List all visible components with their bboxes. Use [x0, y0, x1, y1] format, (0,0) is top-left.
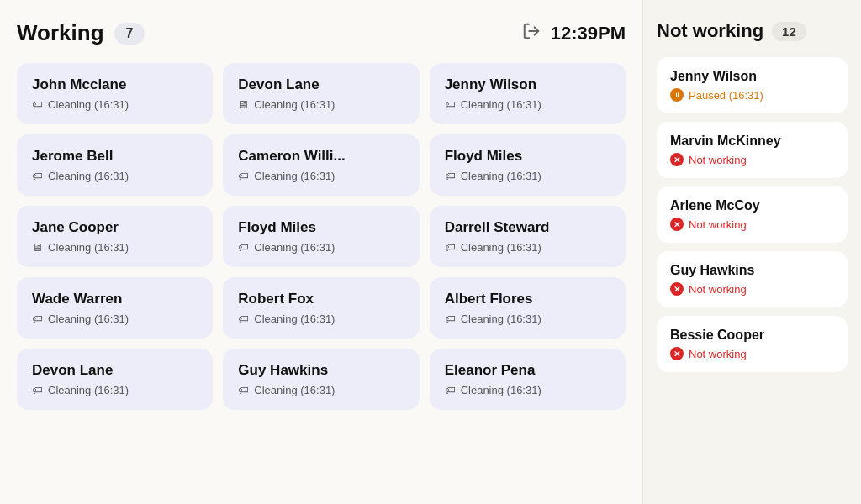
worker-card[interactable]: Robert Fox 🏷 Cleaning (16:31) [223, 277, 419, 339]
error-icon: ✕ [670, 218, 684, 231]
worker-task: 🏷 Cleaning (16:31) [238, 170, 404, 182]
worker-name: Jane Cooper [32, 219, 198, 236]
not-working-person-name: Jenny Wilson [670, 69, 834, 84]
not-working-card[interactable]: Jenny Wilson ⏸ Paused (16:31) [657, 57, 848, 113]
worker-name: Devon Lane [238, 76, 404, 93]
not-working-header: Not working 12 [657, 20, 848, 42]
not-working-person-name: Bessie Cooper [670, 328, 834, 343]
worker-name: Darrell Steward [445, 219, 610, 236]
tag-icon: 🏷 [32, 384, 43, 396]
status-label: Not working [689, 348, 747, 360]
status-row: ✕ Not working [670, 347, 834, 360]
worker-card[interactable]: Devon Lane 🏷 Cleaning (16:31) [17, 349, 213, 410]
not-working-list: Jenny Wilson ⏸ Paused (16:31) Marvin McK… [657, 57, 848, 372]
worker-task: 🏷 Cleaning (16:31) [445, 241, 610, 254]
worker-task: 🖥 Cleaning (16:31) [238, 98, 404, 111]
not-working-card[interactable]: Bessie Cooper ✕ Not working [657, 316, 848, 372]
worker-task-label: Cleaning (16:31) [461, 384, 541, 396]
worker-name: Cameron Willi... [238, 148, 404, 165]
right-panel: Not working 12 Jenny Wilson ⏸ Paused (16… [642, 0, 861, 504]
worker-task-label: Cleaning (16:31) [254, 312, 335, 325]
time-display: 12:39PM [551, 23, 626, 45]
worker-grid: John Mcclane 🏷 Cleaning (16:31) Devon La… [17, 63, 626, 410]
status-row: ✕ Not working [670, 218, 834, 231]
worker-name: Eleanor Pena [445, 362, 610, 379]
worker-task: 🏷 Cleaning (16:31) [445, 312, 610, 325]
worker-card[interactable]: Albert Flores 🏷 Cleaning (16:31) [430, 277, 626, 339]
tag-icon: 🏷 [238, 384, 249, 396]
status-label: Paused (16:31) [689, 89, 763, 102]
worker-task-label: Cleaning (16:31) [48, 98, 129, 111]
worker-task-label: Cleaning (16:31) [48, 241, 129, 254]
not-working-card[interactable]: Arlene McCoy ✕ Not working [657, 186, 848, 243]
worker-card[interactable]: Guy Hawkins 🏷 Cleaning (16:31) [223, 349, 419, 410]
monitor-icon: 🖥 [32, 241, 43, 254]
worker-task-label: Cleaning (16:31) [48, 384, 129, 396]
worker-name: Guy Hawkins [238, 362, 404, 379]
status-row: ✕ Not working [670, 282, 834, 296]
error-icon: ✕ [670, 347, 684, 360]
working-title: Working [17, 20, 104, 46]
worker-card[interactable]: Floyd Miles 🏷 Cleaning (16:31) [430, 134, 626, 196]
worker-task: 🖥 Cleaning (16:31) [32, 241, 198, 254]
not-working-person-name: Arlene McCoy [670, 198, 834, 213]
not-working-count-badge: 12 [772, 22, 806, 41]
worker-card[interactable]: Floyd Miles 🏷 Cleaning (16:31) [223, 206, 419, 267]
worker-task-label: Cleaning (16:31) [254, 384, 335, 396]
worker-card[interactable]: Wade Warren 🏷 Cleaning (16:31) [17, 277, 213, 339]
worker-card[interactable]: Jane Cooper 🖥 Cleaning (16:31) [17, 206, 213, 267]
working-title-group: Working 7 [17, 20, 145, 46]
worker-task-label: Cleaning (16:31) [254, 241, 335, 254]
worker-task-label: Cleaning (16:31) [461, 241, 541, 254]
error-icon: ✕ [670, 153, 684, 166]
worker-name: Jerome Bell [32, 148, 198, 165]
worker-task: 🏷 Cleaning (16:31) [445, 170, 610, 182]
worker-card[interactable]: Jerome Bell 🏷 Cleaning (16:31) [17, 134, 213, 196]
worker-task: 🏷 Cleaning (16:31) [445, 98, 610, 111]
pause-icon: ⏸ [670, 88, 684, 102]
worker-task-label: Cleaning (16:31) [461, 170, 541, 182]
not-working-card[interactable]: Marvin McKinney ✕ Not working [657, 122, 848, 178]
not-working-person-name: Marvin McKinney [670, 134, 834, 149]
working-count-badge: 7 [114, 23, 145, 45]
worker-card[interactable]: Eleanor Pena 🏷 Cleaning (16:31) [430, 349, 626, 410]
worker-name: John Mcclane [32, 76, 198, 93]
worker-name: Devon Lane [32, 362, 198, 379]
tag-icon: 🏷 [238, 312, 249, 325]
tag-icon: 🏷 [32, 312, 43, 325]
main-header: Working 7 12:39PM [17, 20, 626, 46]
logout-icon[interactable] [522, 22, 541, 45]
worker-card[interactable]: Jenny Wilson 🏷 Cleaning (16:31) [430, 63, 626, 124]
worker-task-label: Cleaning (16:31) [461, 312, 541, 325]
tag-icon: 🏷 [445, 241, 456, 254]
error-icon: ✕ [670, 282, 684, 296]
header-right: 12:39PM [522, 22, 626, 45]
tag-icon: 🏷 [238, 170, 249, 182]
worker-task: 🏷 Cleaning (16:31) [32, 170, 198, 182]
worker-name: Albert Flores [445, 291, 610, 307]
worker-task-label: Cleaning (16:31) [48, 312, 129, 325]
worker-task: 🏷 Cleaning (16:31) [238, 312, 404, 325]
worker-name: Jenny Wilson [445, 76, 610, 93]
worker-name: Wade Warren [32, 291, 198, 307]
worker-task: 🏷 Cleaning (16:31) [238, 384, 404, 396]
worker-task: 🏷 Cleaning (16:31) [445, 384, 610, 396]
monitor-icon: 🖥 [238, 98, 249, 111]
status-label: Not working [689, 154, 747, 166]
not-working-title: Not working [657, 20, 763, 42]
worker-card[interactable]: Darrell Steward 🏷 Cleaning (16:31) [430, 206, 626, 267]
worker-task-label: Cleaning (16:31) [254, 98, 335, 111]
worker-card[interactable]: Cameron Willi... 🏷 Cleaning (16:31) [223, 134, 419, 196]
worker-card[interactable]: John Mcclane 🏷 Cleaning (16:31) [17, 63, 213, 124]
worker-task: 🏷 Cleaning (16:31) [32, 384, 198, 396]
worker-name: Floyd Miles [238, 219, 404, 236]
worker-card[interactable]: Devon Lane 🖥 Cleaning (16:31) [223, 63, 419, 124]
status-label: Not working [689, 283, 747, 296]
tag-icon: 🏷 [32, 98, 43, 111]
tag-icon: 🏷 [32, 170, 43, 182]
worker-task-label: Cleaning (16:31) [461, 98, 541, 111]
not-working-card[interactable]: Guy Hawkins ✕ Not working [657, 251, 848, 307]
worker-task: 🏷 Cleaning (16:31) [32, 98, 198, 111]
tag-icon: 🏷 [445, 98, 456, 111]
tag-icon: 🏷 [445, 384, 456, 396]
